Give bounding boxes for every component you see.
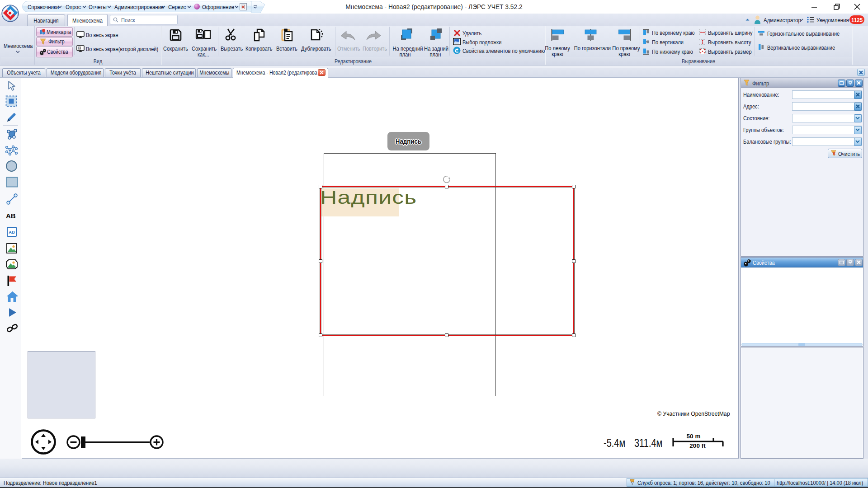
svg-text:200 ft: 200 ft — [689, 442, 706, 449]
svg-text:2: 2 — [79, 47, 80, 50]
svg-text:50 m: 50 m — [687, 433, 701, 440]
